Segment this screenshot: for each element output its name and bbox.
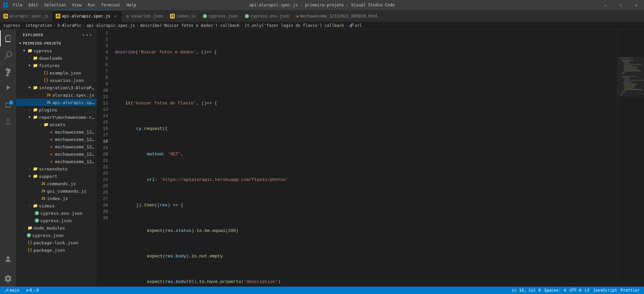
file-cypress-env-json[interactable]: cypress.env.json (16, 209, 97, 217)
extensions-badge: 1 (9, 100, 13, 105)
folder-cypress[interactable]: ▼ 📁 cypress (16, 47, 97, 54)
menu-view[interactable]: View (69, 2, 85, 8)
breadcrumb-url[interactable]: 🔗 url (349, 23, 362, 28)
file-cypress-json-sidebar[interactable]: cypress.json (16, 217, 97, 224)
tab-close-api-alurapic[interactable]: ✕ (113, 13, 118, 19)
file-usuarios-json[interactable]: › {} usuarios.json (16, 77, 97, 84)
activity-account[interactable] (0, 251, 16, 267)
tab-icon-api-alurapic: JS (56, 14, 60, 18)
activity-testing[interactable] (0, 114, 16, 131)
status-encoding[interactable]: UTF-8 (568, 288, 583, 293)
activity-explorer[interactable] (0, 31, 16, 47)
tab-index-js[interactable]: JS index.js (167, 10, 200, 22)
code-content[interactable]: describe('Buscar fotos e dados', ()=> { … (113, 29, 617, 283)
folder-assets[interactable]: › 📁 assets (16, 121, 97, 128)
activity-debug[interactable] (0, 81, 16, 97)
folder-fixtures[interactable]: ▼ 📁 fixtures (16, 62, 97, 69)
tab-icon-cypress-env (245, 14, 249, 18)
breadcrumb-3alurapic[interactable]: 3-AluraPic (57, 23, 82, 28)
folder-support-icon: 📁 (32, 174, 38, 179)
file-alurapic-spec[interactable]: › JS alurapic.spec.js (16, 91, 97, 99)
status-spaces[interactable]: Spaces: 4 (543, 288, 567, 293)
folder-cypress-label: cypress (34, 48, 52, 53)
folder-screenshots-arrow: › (27, 167, 32, 170)
breadcrumb-it-only[interactable]: it.only('fazer login do flavio') callbac… (245, 23, 344, 28)
maximize-button[interactable]: ☐ (613, 0, 629, 10)
code-line-5: method: 'GET', (113, 151, 617, 157)
folder-integration[interactable]: ▼ 📁 integration\3-AluraPic (16, 84, 97, 91)
menu-run[interactable]: Run (85, 2, 98, 8)
tab-alurapic-spec[interactable]: JS alurapic.spec.js (0, 10, 52, 22)
code-editor[interactable]: 1 2 3 4 5 6 7 8 9 10 11 12 13 14 15 16 1 (97, 29, 644, 283)
menu-bar: File Edit Selection View Run Terminal He… (10, 2, 139, 8)
project-root[interactable]: ▼ PRIMEIRO-PROJETO (16, 40, 97, 47)
menu-help[interactable]: Help (124, 2, 139, 8)
tab-mochawesome-html[interactable]: ◈ mochawesome_12152022_095010.html (293, 10, 381, 22)
project-name-label: PRIMEIRO-PROJETO (23, 41, 61, 46)
tab-usuarios-json[interactable]: ⚙ usuarios.json (122, 10, 167, 22)
menu-file[interactable]: File (10, 2, 25, 8)
file-mocha1-label: mochawesome_12152022_0... (55, 130, 97, 135)
activity-search[interactable] (0, 47, 16, 63)
file-index-js-support-label: index.js (47, 196, 68, 201)
folder-screenshots[interactable]: › 📁 screenshots (16, 165, 97, 173)
status-line-col[interactable]: Ln 18, Col 8 (511, 288, 542, 293)
error-icon: ⊗ (26, 288, 29, 293)
breadcrumb-cypress[interactable]: cypress (3, 23, 20, 28)
folder-plugins[interactable]: › 📁 plugins (16, 106, 97, 113)
svg-rect-2 (3, 5, 5, 7)
horizontal-scrollbar[interactable] (97, 283, 644, 287)
menu-selection[interactable]: Selection (42, 2, 69, 8)
folder-fixtures-icon: 📁 (32, 63, 38, 68)
file-mocha4[interactable]: ◈ mochawesome_12192022_0... (16, 150, 97, 158)
file-api-alurapic-spec[interactable]: › JS api-alurapic.spec.js (16, 99, 97, 106)
menu-edit[interactable]: Edit (26, 2, 41, 8)
file-mocha1[interactable]: ◈ mochawesome_12152022_0... (16, 128, 97, 136)
tab-cypress-json[interactable]: cypress.json (200, 10, 241, 22)
title-bar: File Edit Selection View Run Terminal He… (0, 0, 644, 10)
folder-downloads[interactable]: › 📁 downloads (16, 54, 97, 62)
file-package-json[interactable]: {} package.json (16, 246, 97, 254)
activity-extensions[interactable]: 1 (0, 98, 16, 114)
tab-cypress-env-json[interactable]: cypress.env.json (241, 10, 293, 22)
file-package-lock-json[interactable]: {} package-lock.json (16, 239, 97, 246)
folder-node-modules[interactable]: › 📁 node_modules (16, 224, 97, 232)
file-mocha2[interactable]: ◈ mochawesome_12152022_1... (16, 136, 97, 143)
file-api-alurapic-spec-icon: JS (46, 101, 52, 104)
activity-settings[interactable] (0, 271, 16, 287)
git-branch-icon: ⎇ (4, 288, 9, 293)
file-cypress-json-root-label: cypress.json (32, 233, 64, 238)
folder-support[interactable]: ▼ 📁 support (16, 173, 97, 180)
activity-git[interactable] (0, 64, 16, 80)
file-gui-commands-js[interactable]: JS gui_commands.js (16, 187, 97, 195)
file-cypress-json-root[interactable]: cypress.json (16, 232, 97, 239)
breadcrumb-integration[interactable]: integration (25, 23, 52, 28)
minimize-button[interactable]: — (598, 0, 613, 10)
menu-terminal[interactable]: Terminal (98, 2, 123, 8)
close-button[interactable]: ✕ (629, 0, 644, 10)
status-line-ending[interactable]: LF (584, 288, 591, 293)
sidebar-more-icon[interactable]: ··· (82, 32, 93, 38)
file-example-json[interactable]: › {} example.json (16, 69, 97, 77)
tab-label-mochawesome: mochawesome_12152022_095010.html (300, 14, 378, 18)
status-language[interactable]: JavaScript (592, 288, 619, 293)
folder-report[interactable]: ▼ 📁 report\mochawesome-report (16, 113, 97, 121)
status-prettier[interactable]: Prettier (619, 288, 641, 293)
file-index-js-support[interactable]: JS index.js (16, 195, 97, 202)
status-errors[interactable]: ⊗ 0 ⚠ 0 (25, 288, 40, 293)
file-mocha3[interactable]: ◈ mochawesome_12152022_1... (16, 143, 97, 150)
tab-api-alurapic-spec[interactable]: JS api-alurapic.spec.js ✕ (52, 10, 122, 22)
folder-videos[interactable]: › 📁 videos (16, 202, 97, 209)
sidebar-content[interactable]: ▼ PRIMEIRO-PROJETO ▼ 📁 cypress › 📁 downl… (16, 40, 97, 287)
file-commands-js[interactable]: JS commands.js (16, 180, 97, 187)
breadcrumb-describe[interactable]: describe('Buscar fotos e dados') callbac… (140, 23, 239, 28)
tab-label-cypress-env: cypress.env.json (251, 14, 289, 18)
status-line-col-label: Ln 18, Col 8 (512, 288, 541, 293)
code-line-8: expect(res.status).to.be.equal(200) (113, 228, 617, 234)
code-line-3: it('buscar fotos do flavio', ()=> { (113, 100, 617, 106)
folder-support-label: support (39, 174, 57, 179)
folder-assets-arrow: › (38, 123, 43, 126)
status-branch[interactable]: ⎇ main (3, 288, 21, 293)
breadcrumb-filename[interactable]: api-alurapic.spec.js (87, 23, 135, 28)
file-mocha5[interactable]: ◈ mochawesome_12192022_0... (16, 158, 97, 165)
